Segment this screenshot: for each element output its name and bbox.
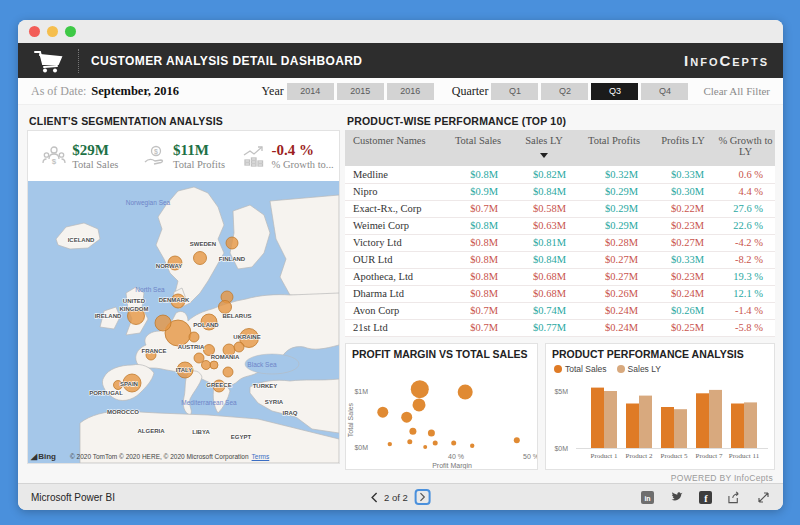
fullscreen-icon[interactable] (757, 491, 770, 504)
value-cell: -4.2 % (716, 234, 775, 251)
bar-plot[interactable]: $5M $0M Product 1Product 2Product 5Produ… (546, 344, 774, 469)
map-sales-bubble[interactable] (210, 361, 218, 369)
kpi-growth-value: -0.4 % (272, 142, 334, 159)
scatter-bubble[interactable] (388, 442, 392, 446)
next-page-button[interactable] (415, 489, 431, 505)
country-label: EGYPT (231, 434, 252, 440)
scatter-plot[interactable]: $1M $0M 40 % 50 % Profit Margin Total Sa… (346, 362, 537, 469)
table-row[interactable]: Victory Ltd$0.8M$0.81M$0.28M$0.27M-4.2 % (345, 234, 775, 251)
col-customer-names[interactable]: Customer Names (345, 130, 446, 166)
scatter-bubble[interactable] (409, 428, 416, 435)
table-row[interactable]: Apotheca, Ltd$0.8M$0.68M$0.27M$0.23M19.3… (345, 268, 775, 285)
bar-sales-ly[interactable] (639, 396, 652, 448)
bar-total-sales[interactable] (731, 404, 744, 449)
country-label: PORTUGAL (89, 390, 123, 396)
year-2015-button[interactable]: 2015 (337, 83, 384, 100)
value-cell: 12.1 % (716, 285, 775, 302)
country-label: UKRAINE (233, 334, 260, 340)
map-sales-bubble[interactable] (223, 367, 233, 377)
table-row[interactable]: Weimei Corp$0.8M$0.63M$0.29M$0.23M22.6 % (345, 217, 775, 234)
map-sales-bubble[interactable] (226, 237, 238, 249)
value-cell: $0.74M (510, 302, 578, 319)
linkedin-icon[interactable]: in (641, 491, 654, 504)
growth-icon (241, 143, 267, 169)
country-label: KINGDOM (120, 306, 149, 312)
bar-total-sales[interactable] (591, 388, 604, 448)
previous-page-icon[interactable] (370, 492, 377, 503)
bar-sales-ly[interactable] (709, 390, 722, 448)
country-label: ICELAND (68, 237, 95, 243)
country-label: ITALY (176, 367, 192, 373)
as-of-date-value: September, 2016 (91, 84, 179, 99)
scatter-bubble[interactable] (458, 385, 473, 400)
map-sales-bubble[interactable] (189, 332, 199, 342)
table-row[interactable]: Nipro$0.9M$0.84M$0.29M$0.30M4.4 % (345, 183, 775, 200)
col-total-profits[interactable]: Total Profits (578, 130, 650, 166)
customer-name-cell: Nipro (345, 183, 446, 200)
bar-sales-ly[interactable] (604, 391, 617, 448)
value-cell: $0.26M (650, 302, 716, 319)
map-sales-bubble[interactable] (194, 353, 204, 363)
facebook-icon[interactable]: f (699, 491, 712, 504)
table-row[interactable]: Exact-Rx., Corp$0.7M$0.58M$0.29M$0.22M27… (345, 200, 775, 217)
map-sales-bubble[interactable] (202, 361, 211, 370)
scatter-xtick-40: 40 % (448, 453, 464, 460)
quarter-filter-group: Quarter Q1 Q2 Q3 Q4 (452, 83, 689, 100)
sea-label: Norwegian Sea (126, 199, 171, 207)
scatter-bubble[interactable] (451, 441, 456, 446)
quarter-q2-button[interactable]: Q2 (541, 83, 588, 100)
map-sales-bubble[interactable] (219, 301, 232, 314)
value-cell: $0.29M (578, 217, 650, 234)
year-2014-button[interactable]: 2014 (287, 83, 334, 100)
col-growth-ly[interactable]: % Growth to LY (716, 130, 775, 166)
map-sales-bubble[interactable] (155, 315, 171, 331)
scatter-bubble[interactable] (413, 398, 426, 411)
scatter-bubble[interactable] (428, 429, 435, 436)
table-row[interactable]: OUR Ltd$0.8M$0.84M$0.27M$0.33M-8.2 % (345, 251, 775, 268)
quarter-q3-button[interactable]: Q3 (591, 83, 638, 100)
quarter-q1-button[interactable]: Q1 (491, 83, 538, 100)
clear-all-filter-button[interactable]: Clear All Filter (703, 85, 770, 97)
scatter-bubble[interactable] (407, 439, 412, 444)
bar-total-sales[interactable] (661, 407, 674, 448)
scatter-bubble[interactable] (411, 380, 429, 398)
scatter-bubble[interactable] (377, 407, 388, 418)
scatter-bubble[interactable] (401, 412, 412, 423)
quarter-q4-button[interactable]: Q4 (641, 83, 688, 100)
col-sales-ly[interactable]: Sales LY (510, 130, 578, 166)
map-sales-bubble[interactable] (234, 342, 244, 352)
kpi-total-sales: $ $29M Total Sales (28, 142, 132, 170)
country-label: UNITED (123, 298, 146, 304)
year-2016-button[interactable]: 2016 (387, 83, 434, 100)
bar-sales-ly[interactable] (744, 402, 757, 448)
share-icon[interactable] (728, 491, 741, 504)
bar-total-sales[interactable] (626, 404, 639, 449)
twitter-icon[interactable] (670, 491, 683, 504)
scatter-chart-panel: PROFIT MARGIN VS TOTAL SALES $1M $0M 40 … (345, 343, 538, 470)
scatter-bubble[interactable] (433, 441, 438, 446)
bar-ytick-5m: $5M (554, 388, 568, 395)
table-row[interactable]: Dharma Ltd$0.8M$0.68M$0.26M$0.24M12.1 % (345, 285, 775, 302)
value-cell: $0.27M (578, 268, 650, 285)
social-share-group: in f (641, 491, 770, 504)
bar-total-sales[interactable] (696, 393, 709, 448)
table-row[interactable]: Medline$0.8M$0.82M$0.32M$0.33M0.6 % (345, 166, 775, 183)
value-cell: $0.8M (446, 234, 510, 251)
value-cell: $0.84M (510, 251, 578, 268)
table-row[interactable]: Avon Corp$0.7M$0.74M$0.24M$0.26M-1.4 % (345, 302, 775, 319)
col-profits-ly[interactable]: Profits LY (650, 130, 716, 166)
scatter-bubble[interactable] (514, 437, 520, 443)
europe-bubble-map[interactable]: Norwegian SeaNorth SeaBlack SeaMediterra… (28, 181, 339, 463)
bing-logo[interactable]: ◢ Bing (31, 452, 56, 461)
bar-ytick-0m: $0M (554, 445, 568, 452)
scatter-bubble[interactable] (423, 445, 427, 449)
scatter-bubble[interactable] (470, 444, 474, 448)
col-total-sales[interactable]: Total Sales (446, 130, 510, 166)
map-sales-bubble[interactable] (194, 252, 207, 265)
minimize-window-button[interactable] (47, 26, 58, 37)
zoom-window-button[interactable] (65, 26, 76, 37)
bar-sales-ly[interactable] (674, 409, 687, 448)
map-terms-link[interactable]: Terms (252, 453, 270, 460)
close-window-button[interactable] (29, 26, 40, 37)
table-row[interactable]: 21st Ltd$0.7M$0.77M$0.24M$0.25M-5.8 % (345, 319, 775, 336)
